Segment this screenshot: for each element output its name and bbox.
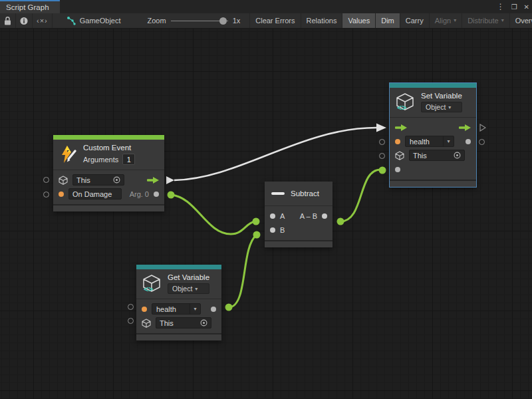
port-outer-setvariable-this[interactable] xyxy=(379,153,385,159)
align-dropdown[interactable]: Align xyxy=(429,13,462,28)
arguments-count-field[interactable]: 1 xyxy=(122,154,135,165)
node-color-strip xyxy=(390,83,476,88)
node-title: Set Variable xyxy=(421,92,462,100)
target-field[interactable]: This xyxy=(72,174,124,186)
node-title: Get Variable xyxy=(168,273,209,281)
object-picker-icon[interactable] xyxy=(113,176,120,184)
event-name-port[interactable] xyxy=(59,192,64,197)
info-button[interactable] xyxy=(16,13,33,28)
graph-toolbar: ‹×› GameObject Zoom 1x Clear Errors Rela… xyxy=(0,13,532,29)
flow-out-port[interactable] xyxy=(147,177,159,184)
value-wire-getvariable-subtractB[interactable] xyxy=(229,235,256,307)
chevron-down-icon xyxy=(190,304,200,314)
target-field[interactable]: This xyxy=(156,317,211,329)
gameobject-cube-icon xyxy=(59,176,68,185)
variable-name-dropdown[interactable]: health xyxy=(152,303,201,315)
distribute-dropdown[interactable]: Distribute xyxy=(462,13,509,28)
graph-target[interactable]: GameObject xyxy=(53,13,128,28)
input-a-port[interactable] xyxy=(270,213,275,219)
port-row-input-value xyxy=(390,162,476,176)
target-field[interactable]: This xyxy=(409,150,465,161)
arg0-out-port[interactable] xyxy=(154,192,159,197)
flow-in-port[interactable] xyxy=(395,124,407,131)
lock-button[interactable] xyxy=(0,13,16,28)
value-wire-subtract-setvariable[interactable] xyxy=(340,170,380,221)
node-footer xyxy=(53,204,164,211)
variable-icon: <> xyxy=(395,92,415,112)
port-outer-getvariable-name[interactable] xyxy=(128,304,134,310)
port-row-target: This xyxy=(390,148,476,162)
variable-scope-dropdown[interactable]: Object xyxy=(168,283,209,294)
graph-target-label: GameObject xyxy=(80,17,121,25)
event-name-field[interactable]: On Damage xyxy=(68,188,122,200)
node-set-variable[interactable]: <> Set Variable Object health xyxy=(390,83,476,187)
overview-button[interactable]: Overv xyxy=(509,13,532,28)
port-outer-getvariable-this[interactable] xyxy=(128,318,134,324)
value-wire-arg0-subtractA[interactable] xyxy=(171,195,255,234)
carry-toggle[interactable]: Carry xyxy=(400,13,429,28)
custom-event-icon xyxy=(59,145,77,164)
flow-wire-start-arrow xyxy=(166,176,174,184)
port-outer-setvariable-flowout[interactable] xyxy=(479,124,486,132)
node-footer xyxy=(136,333,221,340)
variable-scope-dropdown[interactable]: Object xyxy=(421,102,462,112)
scope-value: Object xyxy=(426,103,446,111)
arg-label: Arg. 0 xyxy=(130,190,149,198)
variable-icon: <> xyxy=(142,274,162,294)
name-value: health xyxy=(152,305,190,313)
port-row-a: A A – B xyxy=(265,209,332,223)
tab-title: Script Graph xyxy=(6,3,49,11)
name-port[interactable] xyxy=(142,307,147,312)
lock-icon xyxy=(4,17,11,25)
dim-toggle[interactable]: Dim xyxy=(375,13,400,28)
value-out-port[interactable] xyxy=(211,307,216,312)
flow-out-port[interactable] xyxy=(459,124,471,131)
code-view-button[interactable]: ‹×› xyxy=(33,13,53,28)
input-b-port[interactable] xyxy=(270,227,275,233)
tab-script-graph[interactable]: Script Graph xyxy=(0,0,60,13)
zoom-slider-handle[interactable] xyxy=(219,17,227,25)
variable-name-dropdown[interactable]: health xyxy=(405,136,454,147)
node-title: Subtract xyxy=(291,190,319,198)
port-row-target: This xyxy=(53,173,164,187)
value-in-port[interactable] xyxy=(395,167,400,172)
name-port[interactable] xyxy=(395,139,400,144)
zoom-slider[interactable] xyxy=(171,21,228,21)
svg-text:<>: <> xyxy=(397,103,406,112)
maximize-icon[interactable]: ❐ xyxy=(511,3,517,11)
code-icon: ‹×› xyxy=(37,17,48,25)
port-row-b: B xyxy=(265,223,332,237)
scope-value: Object xyxy=(172,285,192,293)
object-picker-icon[interactable] xyxy=(200,319,207,327)
close-icon[interactable]: ✕ xyxy=(524,3,529,11)
node-get-variable[interactable]: <> Get Variable Object health xyxy=(136,265,221,340)
input-a-label: A xyxy=(280,212,285,220)
gameobject-cube-icon xyxy=(395,151,404,160)
node-custom-event[interactable]: Custom Event Arguments 1 This xyxy=(53,135,164,211)
relations-button[interactable]: Relations xyxy=(301,13,342,28)
values-toggle[interactable]: Values xyxy=(342,13,375,28)
zoom-value: 1x xyxy=(233,17,241,25)
chevron-down-icon xyxy=(443,136,454,146)
node-footer xyxy=(265,240,332,247)
gameobject-cube-icon xyxy=(142,319,151,328)
output-port[interactable] xyxy=(322,213,327,219)
port-outer-setvariable-output[interactable] xyxy=(479,139,485,145)
name-value: health xyxy=(406,138,443,146)
port-outer-customevent-this[interactable] xyxy=(43,177,49,183)
object-picker-icon[interactable] xyxy=(454,152,461,159)
node-footer xyxy=(390,180,476,187)
port-outer-customevent-ondamage[interactable] xyxy=(43,192,49,198)
port-outer-setvariable-name[interactable] xyxy=(379,139,385,145)
clear-errors-button[interactable]: Clear Errors xyxy=(249,13,300,28)
info-icon xyxy=(20,17,28,25)
value-out-port[interactable] xyxy=(466,139,471,144)
node-subtract[interactable]: Subtract A A – B B xyxy=(265,182,332,247)
event-name-value: On Damage xyxy=(72,190,112,198)
graph-icon xyxy=(67,17,76,25)
graph-canvas[interactable]: Custom Event Arguments 1 This xyxy=(0,29,532,399)
port-row-flow xyxy=(390,120,476,134)
flow-wire-customevent-setvariable[interactable] xyxy=(174,128,376,180)
zoom-label: Zoom xyxy=(148,17,166,25)
window-menu-icon[interactable]: ⋮ xyxy=(497,2,505,11)
